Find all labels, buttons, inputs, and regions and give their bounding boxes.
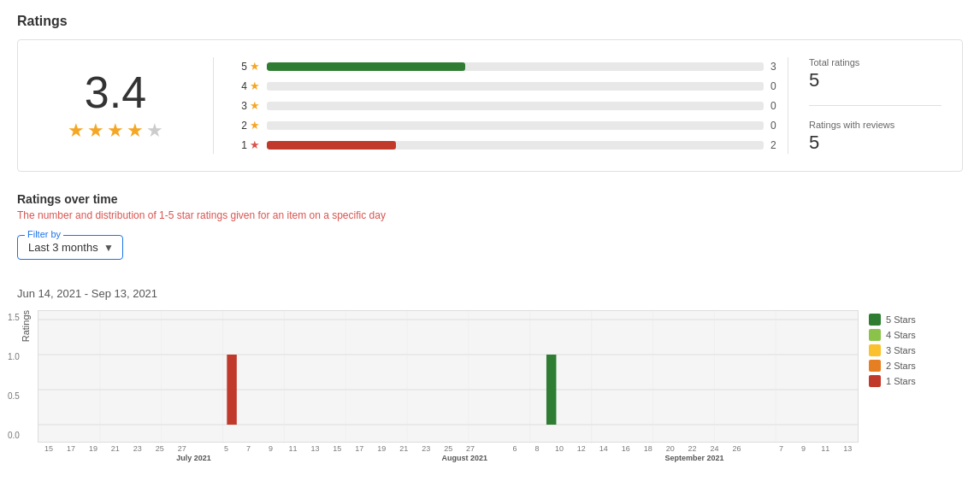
- chart-legend: 5 Stars 4 Stars 3 Stars 2 Stars 1 Stars: [869, 310, 963, 387]
- bar-row-2: 2 ★ 0: [234, 119, 788, 132]
- stars-row: ★ ★ ★ ★ ★: [68, 120, 163, 142]
- bar-fill-5: [267, 62, 465, 71]
- bar-star-num-5: 5: [241, 61, 247, 73]
- bar-star-icon-2: ★: [250, 119, 260, 132]
- star-2: ★: [87, 120, 104, 142]
- chart-bar-green: [546, 355, 556, 425]
- legend-color-2stars: [869, 360, 881, 372]
- legend-1stars: 1 Stars: [869, 375, 963, 387]
- legend-color-5stars: [869, 314, 881, 326]
- bar-container-2: [267, 121, 764, 130]
- legend-2stars: 2 Stars: [869, 360, 963, 372]
- bar-count-5: 3: [770, 61, 788, 73]
- legend-color-3stars: [869, 344, 881, 356]
- divider-vertical: [213, 57, 214, 154]
- bar-count-3: 0: [770, 100, 788, 112]
- x-axis-numbers: 15 17 19 21 23 25 27 5 7 9 11 13 15 17 1…: [38, 444, 859, 453]
- bar-star-icon-1: ★: [250, 138, 260, 151]
- y-axis-label: Ratings: [17, 310, 34, 342]
- ratings-with-reviews-item: Ratings with reviews 5: [809, 120, 942, 154]
- bar-container-5: [267, 62, 764, 71]
- bar-fill-1: [267, 141, 396, 150]
- month-label-september: September 2021: [664, 454, 723, 462]
- big-score: 3.4 ★ ★ ★ ★ ★: [38, 70, 192, 142]
- filter-box[interactable]: Filter by Last 3 months Last 7 days Last…: [17, 235, 123, 260]
- bar-label-1: 1 ★: [234, 138, 260, 151]
- bar-count-1: 2: [770, 139, 788, 151]
- bar-star-icon-3: ★: [250, 99, 260, 112]
- month-separator-july: [193, 444, 215, 453]
- legend-3stars: 3 Stars: [869, 344, 963, 356]
- legend-label-4stars: 4 Stars: [886, 330, 916, 340]
- y-label-0.5: 0.5: [8, 391, 20, 401]
- bar-star-icon-4: ★: [250, 79, 260, 92]
- legend-label-2stars: 2 Stars: [886, 361, 916, 371]
- ratings-with-reviews-label: Ratings with reviews: [809, 120, 942, 130]
- star-1: ★: [68, 120, 85, 142]
- chart-svg-wrapper: 1.5 1.0 0.5 0.0: [38, 310, 859, 443]
- totals-divider: [809, 105, 942, 106]
- date-range: Jun 14, 2021 - Sep 13, 2021: [17, 287, 963, 300]
- filter-select[interactable]: Last 3 months Last 7 days Last month Las…: [28, 241, 112, 254]
- bar-star-num-3: 3: [241, 100, 247, 112]
- ratings-summary-card: 3.4 ★ ★ ★ ★ ★ 5 ★ 3: [17, 39, 963, 172]
- star-4: ★: [127, 120, 144, 142]
- bar-label-2: 2 ★: [234, 119, 260, 132]
- total-ratings-item: Total ratings 5: [809, 57, 942, 91]
- bar-row-1: 1 ★ 2: [234, 138, 788, 151]
- total-ratings-value: 5: [809, 69, 819, 91]
- legend-label-3stars: 3 Stars: [886, 345, 916, 355]
- page-container: Ratings 3.4 ★ ★ ★ ★ ★ 5 ★: [0, 0, 980, 499]
- legend-color-4stars: [869, 329, 881, 341]
- y-label-0.0: 0.0: [8, 431, 20, 440]
- bar-container-1: [267, 141, 764, 150]
- average-score: 3.4: [85, 70, 146, 114]
- y-label-1.5: 1.5: [8, 313, 20, 322]
- filter-label: Filter by: [25, 229, 63, 239]
- month-label-july: July 2021: [176, 454, 211, 462]
- bar-label-5: 5 ★: [234, 60, 260, 73]
- bar-label-4: 4 ★: [234, 79, 260, 92]
- y-labels: 1.5 1.0 0.5 0.0: [8, 311, 20, 442]
- legend-5stars: 5 Stars: [869, 314, 963, 326]
- legend-label-1stars: 1 Stars: [886, 376, 916, 386]
- bar-container-3: [267, 102, 764, 110]
- total-ratings-label: Total ratings: [809, 57, 942, 68]
- y-label-1.0: 1.0: [8, 352, 20, 361]
- bar-breakdown: 5 ★ 3 4 ★ 0: [234, 60, 788, 151]
- chart-bar-red: [227, 355, 236, 425]
- over-time-title: Ratings over time: [17, 192, 963, 206]
- bar-star-num-2: 2: [241, 120, 247, 132]
- over-time-subtitle: The number and distribution of 1-5 star …: [17, 209, 963, 221]
- filter-wrapper: Filter by Last 3 months Last 7 days Last…: [17, 235, 123, 273]
- star-5: ★: [146, 120, 163, 142]
- bar-container-4: [267, 82, 764, 91]
- month-label-august: August 2021: [441, 454, 487, 462]
- bar-row-4: 4 ★ 0: [234, 79, 788, 92]
- legend-4stars: 4 Stars: [869, 329, 963, 341]
- ratings-with-reviews-value: 5: [809, 132, 819, 153]
- bar-star-num-1: 1: [241, 139, 247, 151]
- legend-label-5stars: 5 Stars: [886, 314, 916, 325]
- legend-color-1stars: [869, 375, 881, 387]
- bar-star-icon-5: ★: [250, 60, 260, 73]
- bar-star-num-4: 4: [241, 80, 247, 92]
- chart-wrapper: Ratings 1.5 1.0 0.5 0.0: [17, 310, 963, 454]
- bar-row-5: 5 ★ 3: [234, 60, 788, 73]
- bar-count-2: 0: [770, 120, 788, 132]
- bar-label-3: 3 ★: [234, 99, 260, 112]
- totals-section: Total ratings 5 Ratings with reviews 5: [788, 57, 942, 154]
- chart-svg: [38, 311, 858, 443]
- bar-row-3: 3 ★ 0: [234, 99, 788, 112]
- month-separator-aug: [481, 444, 504, 453]
- bar-count-4: 0: [770, 80, 788, 92]
- month-separator-sep: [748, 444, 770, 453]
- chart-main: 1.5 1.0 0.5 0.0: [38, 310, 859, 454]
- page-title: Ratings: [17, 14, 963, 29]
- star-3: ★: [107, 120, 124, 142]
